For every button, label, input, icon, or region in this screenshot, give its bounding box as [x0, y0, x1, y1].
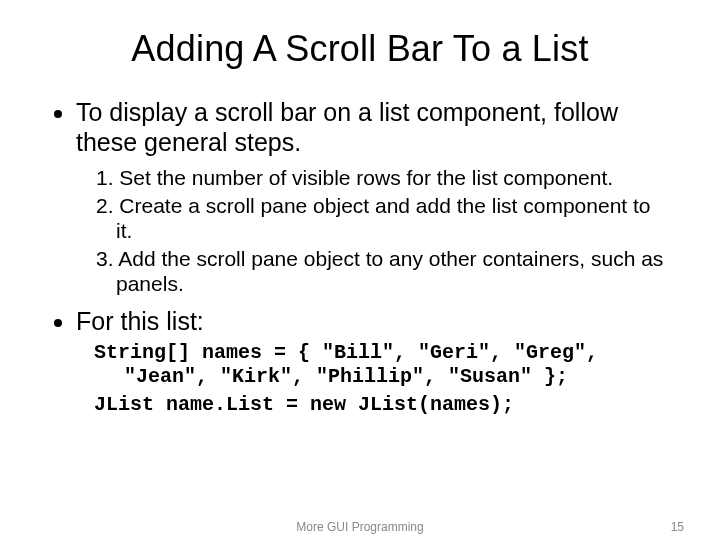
steps-list: 1. Set the number of visible rows for th…: [76, 165, 672, 297]
code-line-2: JList name.List = new JList(names);: [76, 393, 672, 417]
code-line-1: String[] names = { "Bill", "Geri", "Greg…: [76, 341, 672, 390]
slide: Adding A Scroll Bar To a List To display…: [0, 0, 720, 540]
bullet-intro-text: To display a scroll bar on a list compon…: [76, 98, 618, 156]
bullet-list: To display a scroll bar on a list compon…: [48, 98, 672, 418]
bullet-intro: To display a scroll bar on a list compon…: [76, 98, 672, 297]
bullet-forthis-text: For this list:: [76, 307, 204, 335]
page-number: 15: [671, 520, 684, 534]
slide-title: Adding A Scroll Bar To a List: [48, 28, 672, 70]
step-2: 2. Create a scroll pane object and add t…: [96, 193, 672, 244]
footer-center: More GUI Programming: [296, 520, 423, 534]
step-1: 1. Set the number of visible rows for th…: [96, 165, 672, 191]
bullet-forthis: For this list: String[] names = { "Bill"…: [76, 307, 672, 418]
step-3: 3. Add the scroll pane object to any oth…: [96, 246, 672, 297]
